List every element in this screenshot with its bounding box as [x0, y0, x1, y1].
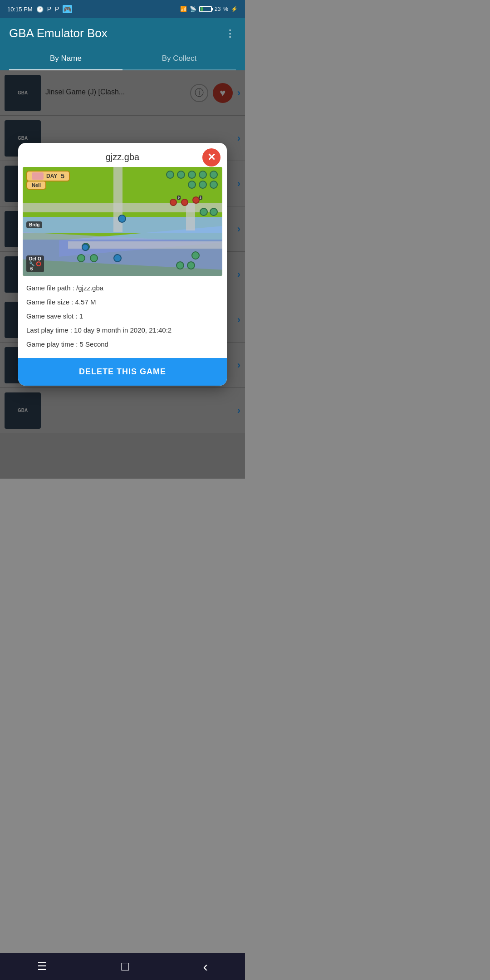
app-title: GBA Emulator Box: [9, 26, 108, 40]
battery-percent: 23: [215, 6, 220, 12]
app-header: GBA Emulator Box ⋮ By Name By Collect: [0, 18, 245, 70]
close-button[interactable]: ✕: [202, 148, 220, 167]
app-icon-1: P: [47, 5, 51, 13]
game-list: GBA Jinsei Game (J) [Clash... ⓘ ♥ › GBA …: [0, 70, 245, 479]
status-right: 📶 📡 23 % ⚡: [180, 6, 238, 12]
game-screenshot: DAY 5 Nell Brdg Def O🔧 ⭕ 6 9 3: [23, 167, 222, 276]
dialog-header: gjzz.gba ✕: [18, 143, 227, 167]
game-play-time: Game play time : 5 Second: [26, 339, 219, 349]
battery-icon: [199, 6, 212, 12]
game-detail-dialog: gjzz.gba ✕: [18, 143, 227, 386]
last-play-time: Last play time : 10 day 9 month in 2020,…: [26, 325, 219, 335]
alarm-icon: 🕐: [36, 6, 44, 13]
tab-by-collect[interactable]: By Collect: [122, 48, 236, 69]
signal-icon: 📶: [180, 6, 187, 12]
game-file-size: Game file size : 4.57 M: [26, 297, 219, 307]
hud-def: Def O🔧 ⭕ 6: [26, 255, 44, 272]
hud-day: DAY 5: [26, 171, 70, 181]
tabs: By Name By Collect: [9, 48, 236, 70]
app-icon-3: 🎮: [63, 5, 72, 13]
menu-button[interactable]: ⋮: [225, 28, 236, 39]
app-icon-2: P: [55, 5, 59, 13]
status-left: 10:15 PM 🕐 P P 🎮: [7, 5, 72, 13]
tab-by-name[interactable]: By Name: [9, 48, 122, 69]
app-header-top: GBA Emulator Box ⋮: [9, 26, 236, 40]
hud-brdg: Brdg: [26, 221, 42, 228]
bolt-icon: ⚡: [231, 6, 238, 12]
delete-game-button[interactable]: DELETE THIS GAME: [18, 358, 227, 386]
wifi-icon: 📡: [190, 6, 196, 12]
time: 10:15 PM: [7, 6, 33, 13]
dialog-info: Game file path : /gjzz.gba Game file siz…: [18, 276, 227, 358]
hud-name: Nell: [26, 181, 46, 190]
gba-scene: DAY 5 Nell Brdg Def O🔧 ⭕ 6 9 3: [23, 167, 222, 276]
dialog-title: gjzz.gba: [106, 152, 140, 162]
status-bar: 10:15 PM 🕐 P P 🎮 📶 📡 23 % ⚡: [0, 0, 245, 18]
game-file-path: Game file path : /gjzz.gba: [26, 283, 219, 293]
game-save-slot: Game save slot : 1: [26, 311, 219, 321]
